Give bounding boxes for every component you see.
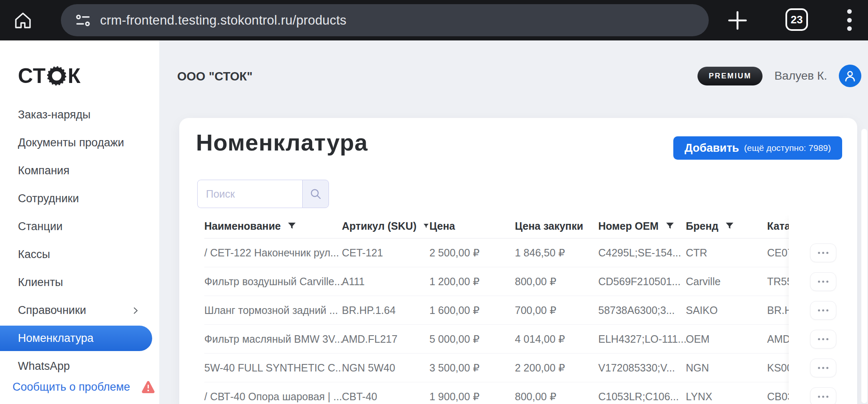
search-icon (309, 188, 322, 200)
row-menu-button[interactable] (810, 387, 836, 404)
table-row[interactable]: Фильтр воздушный Carville...A1111 200,00… (204, 267, 789, 296)
cell-oem: V172085330;V... (598, 354, 686, 382)
cell-oem: CD569F210501... (598, 267, 686, 296)
dot (818, 338, 820, 340)
sidebar-item-заказ-наряды[interactable]: Заказ-наряды (0, 101, 159, 129)
logo-text-suffix: К (68, 64, 81, 88)
row-action-slot (789, 296, 857, 325)
row-menu-button[interactable] (810, 330, 836, 349)
table-row[interactable]: Фильтр масляный BMW 3V...AMD.FL2175 000,… (204, 325, 789, 354)
search-button[interactable] (302, 180, 329, 208)
cell-price: 1 900,00 ₽ (429, 382, 515, 404)
dot (826, 309, 828, 311)
dot (818, 396, 820, 398)
add-button-label: Добавить (685, 142, 739, 155)
cell-name: / CET-122 Наконечник рул... (204, 238, 342, 267)
sidebar-item-клиенты[interactable]: Клиенты (0, 268, 159, 296)
dot (822, 281, 824, 283)
cell-price: 1 200,00 ₽ (429, 267, 515, 296)
cell-price: 1 600,00 ₽ (429, 296, 515, 324)
kebab-dot (847, 18, 852, 23)
sidebar: СТ К Заказ-наряды Документы продажи Комп… (0, 40, 159, 404)
table-body: / CET-122 Наконечник рул...CET-1212 500,… (204, 238, 789, 404)
column-header: Бренд (686, 214, 767, 238)
dot (822, 367, 824, 369)
cell-brand: CTR (686, 238, 767, 267)
sidebar-menu: Заказ-наряды Документы продажи Компания … (0, 101, 159, 380)
filter-icon[interactable] (423, 221, 429, 231)
premium-badge: PREMIUM (697, 67, 763, 85)
table-header-row: Наименование Артикул (SKU) Цена Цена зак… (204, 214, 789, 238)
row-menu-button[interactable] (810, 359, 836, 377)
sidebar-item-документы продажи[interactable]: Документы продажи (0, 129, 159, 157)
home-button[interactable] (12, 9, 34, 32)
table-row[interactable]: Шланг тормозной задний ...BR.HP.1.641 60… (204, 296, 789, 325)
sidebar-item-номенклатура[interactable]: Номенклатура (0, 326, 152, 351)
site-settings-icon[interactable] (75, 13, 91, 28)
sidebar-item-компания[interactable]: Компания (0, 157, 159, 185)
plus-icon (727, 10, 748, 31)
table-row[interactable]: / CET-122 Наконечник рул...CET-1212 500,… (204, 238, 789, 267)
sidebar-item-label: WhatsApp (18, 360, 70, 373)
filter-icon[interactable] (665, 221, 675, 231)
browser-menu-button[interactable] (846, 8, 852, 32)
chevron-right-icon (131, 306, 140, 315)
cell-price: 2 500,00 ₽ (429, 238, 515, 267)
dot (826, 396, 828, 398)
filter-icon[interactable] (287, 221, 297, 231)
report-problem-link[interactable]: Сообщить о проблеме (13, 380, 156, 394)
tire-gear-icon (47, 66, 67, 86)
column-header-label: Катал (767, 220, 789, 232)
sidebar-item-станции[interactable]: Станции (0, 213, 159, 241)
sidebar-item-справочники[interactable]: Справочники (0, 296, 159, 324)
url-text: crm-frontend.testing.stokontrol.ru/produ… (100, 13, 346, 28)
cell-brand: OEM (686, 325, 767, 353)
sidebar-item-label: Заказ-наряды (18, 108, 90, 121)
sidebar-item-whatsapp[interactable]: WhatsApp (0, 352, 159, 380)
add-product-button[interactable]: Добавить (ещё доступно: 7989) (673, 136, 842, 160)
app-logo: СТ К (18, 64, 81, 88)
cell-sku: NGN 5W40 (342, 354, 429, 382)
row-menu-button[interactable] (810, 301, 836, 320)
new-tab-button[interactable] (726, 9, 749, 32)
dot (818, 367, 820, 369)
column-header: Цена (429, 214, 515, 238)
table-row[interactable]: / СВТ-40 Опора шаровая | ...CBT-401 900,… (204, 382, 789, 404)
cell-name: Шланг тормозной задний ... (204, 296, 342, 324)
tab-count: 23 (791, 13, 803, 26)
address-bar[interactable]: crm-frontend.testing.stokontrol.ru/produ… (61, 4, 709, 36)
avatar[interactable] (839, 65, 861, 87)
sidebar-item-label: Кассы (18, 248, 50, 261)
cell-name: / СВТ-40 Опора шаровая | ... (204, 382, 342, 404)
company-name: ООО "СТОК" (177, 70, 253, 83)
dot (822, 338, 824, 340)
user-name: Валуев К. (774, 69, 827, 83)
cell-sku: A111 (342, 267, 429, 296)
dot (818, 309, 820, 311)
cell-brand: LYNX (686, 382, 767, 404)
sidebar-item-label: Станции (18, 220, 63, 233)
cell-catalog: AMD. (767, 325, 789, 353)
search-input[interactable] (197, 180, 302, 208)
row-menu-button[interactable] (810, 272, 836, 291)
kebab-dot (847, 9, 852, 14)
cell-purchase_price: 2 200,00 ₽ (515, 354, 598, 382)
table-row[interactable]: 5W-40 FULL SYNTHETIC C...NGN 5W403 500,0… (204, 354, 789, 382)
row-action-slot (789, 325, 857, 354)
cell-catalog: CE07 (767, 238, 789, 267)
cell-catalog: TR55 (767, 267, 789, 296)
cell-name: Фильтр масляный BMW 3V... (204, 325, 342, 353)
column-header: Цена закупки (515, 214, 598, 238)
dot (822, 252, 824, 254)
column-header: Катал (767, 214, 789, 238)
filter-icon[interactable] (725, 221, 735, 231)
vertical-scrollbar[interactable] (861, 129, 867, 403)
sidebar-item-кассы[interactable]: Кассы (0, 241, 159, 268)
nomenclature-card: Номенклатура Добавить (ещё доступно: 798… (179, 118, 857, 404)
logo-text-prefix: СТ (18, 64, 46, 88)
sidebar-item-сотрудники[interactable]: Сотрудники (0, 185, 159, 213)
row-menu-button[interactable] (810, 243, 836, 262)
row-action-slot (789, 382, 857, 404)
tab-switcher-button[interactable]: 23 (785, 8, 808, 31)
sidebar-item-label: Документы продажи (18, 136, 124, 149)
